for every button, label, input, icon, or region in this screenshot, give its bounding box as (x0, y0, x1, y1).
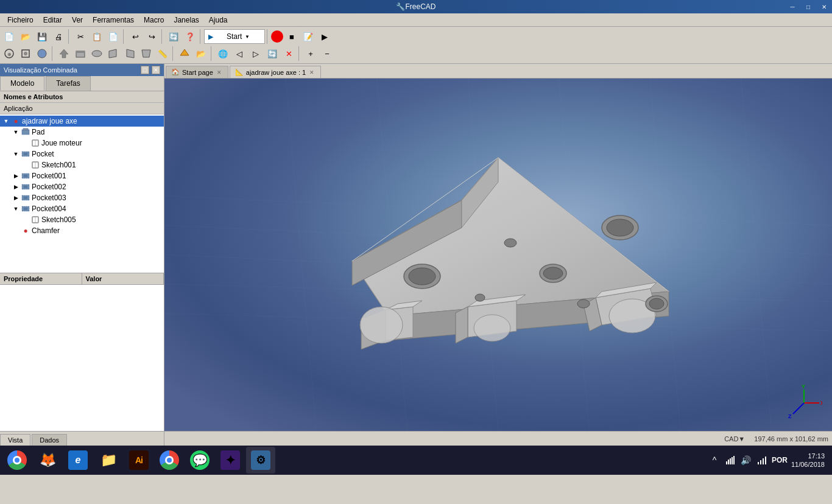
tb-zoom-fit[interactable]: + (303, 46, 319, 61)
tree-view[interactable]: ▼ ● ajadraw joue axe ▼ Pad Joue moteur (0, 114, 164, 273)
tab-tarefas[interactable]: Tarefas (46, 76, 90, 91)
tb-open[interactable]: 📂 (18, 29, 33, 44)
tree-expander-root[interactable]: ▼ (2, 117, 10, 125)
tree-item-sketch001[interactable]: Sketch001 (0, 159, 164, 170)
taskbar-whatsapp[interactable]: 💬 (185, 447, 214, 474)
doc-tab-ajadraw[interactable]: 📐 ajadraw joue axe : 1 ✕ (230, 66, 321, 78)
tray-sound[interactable]: 🔊 (740, 454, 752, 466)
taskbar-chrome[interactable] (2, 447, 32, 474)
left-panel: Visualização Combinada □ ✕ Modelo Tarefa… (0, 64, 164, 446)
startpage-close[interactable]: ✕ (216, 69, 223, 76)
tree-expander-pocket001[interactable]: ▶ (12, 172, 19, 180)
tb-nav-refresh[interactable]: 🔄 (264, 46, 280, 61)
panel-float-button[interactable]: □ (141, 66, 149, 74)
maximize-button[interactable]: □ (800, 0, 816, 13)
menu-ver[interactable]: Ver (67, 15, 88, 26)
panel-close-button[interactable]: ✕ (152, 66, 160, 74)
properties-panel: Propriedade Valor (0, 273, 164, 431)
minimize-button[interactable]: ─ (784, 0, 800, 13)
tb-web-back[interactable]: 🌐 (215, 46, 231, 61)
tree-item-pocket001[interactable]: ▶ Pocket001 (0, 170, 164, 181)
tb-zoom-out[interactable]: − (319, 46, 335, 61)
tb-fit-selection[interactable] (18, 46, 33, 61)
taskbar-freecad[interactable]: ⚙ (246, 447, 275, 474)
taskbar-explorer[interactable]: 📁 (94, 447, 123, 474)
svg-point-71 (649, 298, 664, 309)
taskbar-illustrator[interactable]: Ai (124, 447, 153, 474)
tray-signal[interactable] (756, 454, 768, 466)
ajadraw-close[interactable]: ✕ (308, 69, 316, 76)
tb-draw-style[interactable] (34, 46, 50, 61)
tb-undo[interactable]: ↩ (127, 29, 143, 44)
tb-part-create[interactable] (177, 46, 192, 61)
taskbar-firefox[interactable]: 🦊 (33, 447, 62, 474)
tree-expander-pad[interactable]: ▼ (12, 128, 19, 136)
tab-modelo[interactable]: Modelo (0, 76, 44, 91)
tb-fit-all[interactable]: ⊕ (1, 46, 17, 61)
tree-item-chamfer[interactable]: ● Chamfer (0, 225, 164, 236)
tb-view-left[interactable] (122, 46, 138, 61)
tb-nav-stop[interactable]: ✕ (281, 46, 297, 61)
tab-dados[interactable]: Dados (32, 434, 67, 446)
tree-item-root[interactable]: ▼ ● ajadraw joue axe (0, 116, 164, 127)
tree-item-pocket003[interactable]: ▶ Pocket003 (0, 192, 164, 203)
lang-indicator[interactable]: POR (772, 456, 788, 464)
tb-print[interactable]: 🖨 (51, 29, 66, 44)
tb-paste[interactable]: 📄 (105, 29, 121, 44)
tb-help[interactable]: ❓ (182, 29, 198, 44)
tb-view-back[interactable] (138, 46, 154, 61)
tree-expander-pocket002[interactable]: ▶ (12, 183, 19, 191)
tb-part-open[interactable]: 📂 (193, 46, 209, 61)
doc-tab-ajadraw-label: ajadraw joue axe : 1 (246, 69, 306, 76)
tree-expander-pocket003[interactable]: ▶ (12, 194, 19, 201)
tab-vista[interactable]: Vista (0, 434, 30, 446)
tray-chevron[interactable]: ^ (708, 454, 721, 466)
doc-tab-startpage[interactable]: 🏠 Start page ✕ (166, 66, 228, 78)
tb-nav-forward[interactable]: ▷ (248, 46, 264, 61)
tb-view-front[interactable] (72, 46, 88, 61)
menu-editar[interactable]: Editar (38, 15, 67, 26)
menu-macro[interactable]: Macro (139, 15, 169, 26)
taskbar-chrome2[interactable] (155, 447, 184, 474)
tree-expander-pocket004[interactable]: ▼ (12, 205, 19, 212)
tree-expander-pocket[interactable]: ▼ (12, 150, 19, 158)
tree-item-pad[interactable]: ▼ Pad (0, 127, 164, 138)
svg-rect-18 (24, 153, 27, 155)
workbench-selector[interactable]: ▶ Start ▼ (204, 29, 265, 44)
tb-run-macro[interactable] (271, 30, 283, 43)
toolbar-separator-2 (123, 29, 125, 44)
cad-mode[interactable]: CAD▼ (724, 435, 745, 443)
tb-macro-run[interactable]: ▶ (317, 29, 333, 44)
tb-view-top[interactable] (89, 46, 105, 61)
tb-refresh[interactable]: 🔄 (166, 29, 182, 44)
tb-redo[interactable]: ↪ (144, 29, 160, 44)
taskbar-ie[interactable]: e (63, 447, 93, 474)
tray-network[interactable] (724, 454, 736, 466)
menu-ficheiro[interactable]: Ficheiro (2, 15, 38, 26)
close-button[interactable]: ✕ (816, 0, 832, 13)
tree-label-pocket003: Pocket003 (32, 194, 66, 202)
tb-nav-back[interactable]: ◁ (231, 46, 247, 61)
3d-viewport[interactable]: X Y Z (164, 79, 832, 431)
tree-item-joue[interactable]: Joue moteur (0, 138, 164, 149)
system-clock[interactable]: 17:13 11/06/2018 (791, 452, 825, 469)
tb-new[interactable]: 📄 (1, 29, 17, 44)
tree-label-chamfer: Chamfer (32, 226, 60, 235)
tree-item-sketch005[interactable]: Sketch005 (0, 214, 164, 225)
tb-view-home[interactable] (56, 46, 72, 61)
tb-cut[interactable]: ✂ (72, 29, 88, 44)
menu-janelas[interactable]: Janelas (169, 15, 203, 26)
tb-measure[interactable]: 📏 (155, 46, 171, 61)
tb-save[interactable]: 💾 (34, 29, 50, 44)
tree-item-pocket004[interactable]: ▼ Pocket004 (0, 203, 164, 214)
tree-item-pocket[interactable]: ▼ Pocket (0, 149, 164, 159)
tb-stop[interactable]: ■ (284, 29, 300, 44)
menu-ferramentas[interactable]: Ferramentas (88, 15, 139, 26)
tree-icon-pocket004 (21, 204, 30, 214)
taskbar-app1[interactable]: ✦ (216, 447, 245, 474)
tb-macro-edit[interactable]: 📝 (300, 29, 316, 44)
tb-copy[interactable]: 📋 (89, 29, 105, 44)
menu-ajuda[interactable]: Ajuda (204, 15, 233, 26)
tree-item-pocket002[interactable]: ▶ Pocket002 (0, 181, 164, 192)
tb-view-right[interactable] (105, 46, 121, 61)
